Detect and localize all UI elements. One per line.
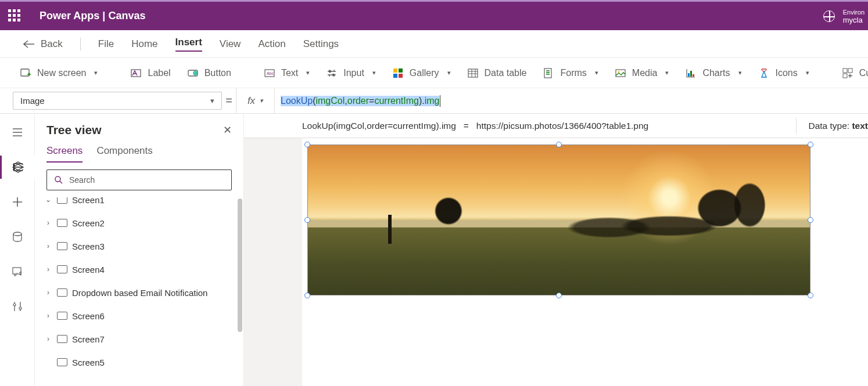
environment-label[interactable]: Environ mycla	[843, 9, 865, 24]
tab-components[interactable]: Components	[96, 145, 152, 163]
image-content	[308, 145, 810, 295]
svg-rect-17	[690, 71, 692, 77]
icons-dropdown[interactable]: Icons▾	[758, 67, 809, 79]
svg-rect-13	[544, 68, 551, 78]
app-title: Power Apps | Canvas	[40, 10, 145, 22]
svg-rect-10	[393, 74, 397, 78]
button-button[interactable]: Button	[187, 67, 231, 79]
data-type-indicator: Data type: text	[808, 121, 868, 131]
svg-rect-21	[843, 74, 847, 78]
resize-handle[interactable]	[556, 142, 562, 147]
resize-handle[interactable]	[808, 293, 813, 298]
insert-ribbon: New screen▾ Label Button Abc Text▾ Input…	[0, 58, 868, 88]
svg-rect-9	[399, 68, 403, 73]
svg-rect-23	[13, 268, 21, 274]
tree-item[interactable]: ›Screen7	[44, 327, 243, 351]
media-dropdown[interactable]: Media▾	[615, 67, 669, 79]
screen-icon	[57, 219, 67, 227]
close-icon[interactable]: ✕	[223, 124, 232, 136]
screen-icon	[57, 288, 67, 297]
menu-settings[interactable]: Settings	[303, 38, 339, 50]
fx-button[interactable]: fx▾	[236, 88, 275, 113]
rail-tree-view[interactable]	[0, 156, 35, 179]
text-dropdown[interactable]: Abc Text▾	[264, 67, 310, 79]
waffle-icon[interactable]	[8, 9, 22, 23]
resize-handle[interactable]	[304, 217, 310, 223]
screen-icon	[57, 358, 67, 366]
tree-item[interactable]: ›Dropdown based Email Notification	[44, 281, 243, 304]
menu-insert[interactable]: Insert	[175, 37, 202, 52]
svg-point-25	[13, 304, 16, 306]
svg-rect-16	[688, 73, 690, 77]
svg-rect-20	[848, 68, 852, 73]
svg-rect-8	[393, 68, 397, 73]
tree-item[interactable]: ›Screen6	[44, 304, 243, 327]
resize-handle[interactable]	[304, 293, 310, 298]
globe-icon[interactable]	[823, 10, 835, 22]
tree-view-panel: Tree view ✕ Screens Components Search ⌄S…	[35, 114, 244, 386]
screen-icon	[57, 197, 67, 204]
tree-item[interactable]: ›Screen2	[44, 211, 243, 235]
resize-handle[interactable]	[808, 142, 813, 147]
search-placeholder: Search	[69, 175, 95, 185]
tree-item[interactable]: ›Screen4	[44, 258, 243, 281]
tree-item[interactable]: ›Screen3	[44, 235, 243, 258]
svg-point-22	[13, 232, 21, 236]
selected-image-control[interactable]	[308, 145, 810, 295]
input-dropdown[interactable]: Input▾	[326, 67, 376, 79]
menu-home[interactable]: Home	[131, 38, 157, 50]
formula-result-bar: LookUp(imgCol,order=currentImg).img = ht…	[244, 114, 868, 138]
svg-text:Abc: Abc	[267, 71, 274, 75]
formula-input[interactable]: LookUp(imgCol,order=currentImg).img	[275, 95, 868, 107]
back-button[interactable]: Back	[23, 38, 63, 50]
svg-point-26	[19, 307, 21, 309]
top-menu: Back File Home Insert View Action Settin…	[0, 30, 868, 58]
tree-item[interactable]: ›Screen5	[44, 351, 243, 374]
svg-rect-18	[693, 74, 694, 77]
resize-handle[interactable]	[808, 217, 813, 223]
svg-point-6	[329, 70, 331, 72]
custom-dropdown[interactable]: Cus	[842, 67, 868, 79]
rail-insert[interactable]	[0, 190, 35, 214]
forms-dropdown[interactable]: Forms▾	[543, 67, 598, 79]
svg-rect-0	[21, 69, 29, 76]
app-header: Power Apps | Canvas Environ mycla	[0, 0, 868, 30]
screen-icon	[57, 312, 67, 320]
resize-handle[interactable]	[304, 142, 310, 147]
rail-media[interactable]	[0, 260, 35, 283]
svg-rect-19	[843, 68, 847, 73]
menu-file[interactable]: File	[98, 38, 114, 50]
menu-action[interactable]: Action	[258, 38, 285, 50]
svg-rect-11	[399, 74, 403, 78]
resize-handle[interactable]	[556, 293, 562, 298]
canvas-area: LookUp(imgCol,order=currentImg).img = ht…	[244, 114, 868, 386]
gallery-dropdown[interactable]: Gallery▾	[392, 67, 451, 79]
data-table-button[interactable]: Data table	[467, 67, 527, 79]
scrollbar[interactable]	[238, 199, 242, 332]
rail-data[interactable]	[0, 225, 35, 248]
screen-icon	[57, 335, 67, 343]
svg-point-27	[55, 176, 60, 182]
svg-point-7	[332, 73, 335, 75]
tree-view-title: Tree view	[46, 123, 223, 137]
equals-sign: =	[222, 88, 236, 113]
tree-item[interactable]: ⌄Screen1	[44, 197, 243, 211]
label-button[interactable]: Label	[130, 67, 170, 79]
svg-rect-12	[468, 69, 478, 77]
tab-screens[interactable]: Screens	[46, 145, 83, 163]
screen-icon	[57, 265, 67, 273]
charts-dropdown[interactable]: Charts▾	[685, 67, 741, 79]
left-rail	[0, 114, 35, 386]
rail-tools[interactable]	[0, 295, 35, 318]
screen-list: ⌄Screen1 ›Screen2 ›Screen3 ›Screen4 ›Dro…	[35, 197, 243, 386]
new-screen-button[interactable]: New screen▾	[20, 67, 98, 79]
menu-view[interactable]: View	[220, 38, 241, 50]
formula-bar: Image ▾ = fx▾ LookUp(imgCol,order=curren…	[0, 88, 868, 114]
rail-hamburger[interactable]	[0, 121, 35, 144]
search-input[interactable]: Search	[46, 169, 232, 190]
property-selector[interactable]: Image ▾	[13, 92, 222, 110]
svg-point-15	[618, 71, 619, 73]
screen-icon	[57, 242, 67, 250]
